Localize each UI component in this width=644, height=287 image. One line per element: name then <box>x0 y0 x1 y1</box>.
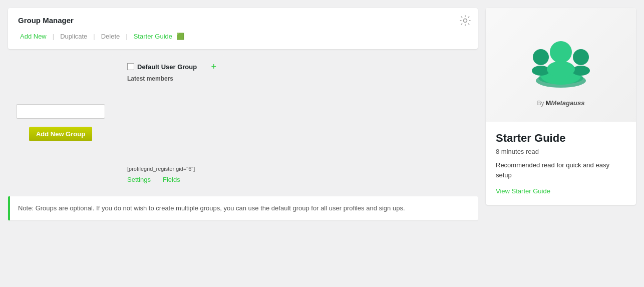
sidebar-panel: By MMetagauss Starter Guide 8 minutes re… <box>486 8 636 205</box>
svg-point-8 <box>550 41 572 63</box>
book-icon: 🟩 <box>176 33 184 40</box>
page-title: Group Manager <box>18 16 468 25</box>
group-name: Default User Group <box>137 63 197 71</box>
settings-link[interactable]: Settings <box>127 176 151 183</box>
sidebar-content: Starter Guide 8 minutes read Recommended… <box>486 122 636 205</box>
members-area <box>127 86 216 162</box>
toolbar: Add New | Duplicate | Delete | Starter G… <box>18 32 468 41</box>
note-bar: Note: Groups are optional. If you do not… <box>8 196 478 220</box>
default-group-card: Default User Group + Latest members [pro… <box>119 55 224 190</box>
read-time: 8 minutes read <box>496 148 626 155</box>
starter-guide-toolbar-button[interactable]: Starter Guide 🟩 <box>132 32 186 41</box>
add-new-group-button[interactable]: Add New Group <box>29 127 92 141</box>
note-text: Note: Groups are optional. If you do not… <box>18 204 405 212</box>
starter-guide-description: Recommended read for quick and easy setu… <box>496 160 626 180</box>
shortcode-text: [profilegrid_register gid="6"] <box>127 166 216 172</box>
group-illustration-icon <box>526 23 596 93</box>
latest-members-label: Latest members <box>127 75 216 82</box>
starter-guide-title: Starter Guide <box>496 132 626 145</box>
add-new-button[interactable]: Add New <box>18 32 49 41</box>
new-group-panel: Add New Group <box>8 55 113 190</box>
delete-button[interactable]: Delete <box>99 32 122 41</box>
sidebar-illustration: By MMetagauss <box>486 8 636 122</box>
duplicate-button[interactable]: Duplicate <box>58 32 89 41</box>
brand-name: MMetagauss <box>545 99 584 107</box>
svg-point-0 <box>464 19 467 23</box>
group-add-button[interactable]: + <box>211 62 216 71</box>
by-label: By <box>537 100 544 107</box>
group-checkbox[interactable] <box>127 63 134 70</box>
brand-byline: By MMetagauss <box>537 99 584 107</box>
svg-point-9 <box>547 61 575 77</box>
view-starter-guide-button[interactable]: View Starter Guide <box>496 187 550 195</box>
gear-icon-button[interactable] <box>460 15 471 28</box>
svg-point-6 <box>573 49 589 65</box>
fields-link[interactable]: Fields <box>163 176 180 183</box>
svg-point-4 <box>533 49 549 65</box>
new-group-input[interactable] <box>16 104 105 119</box>
